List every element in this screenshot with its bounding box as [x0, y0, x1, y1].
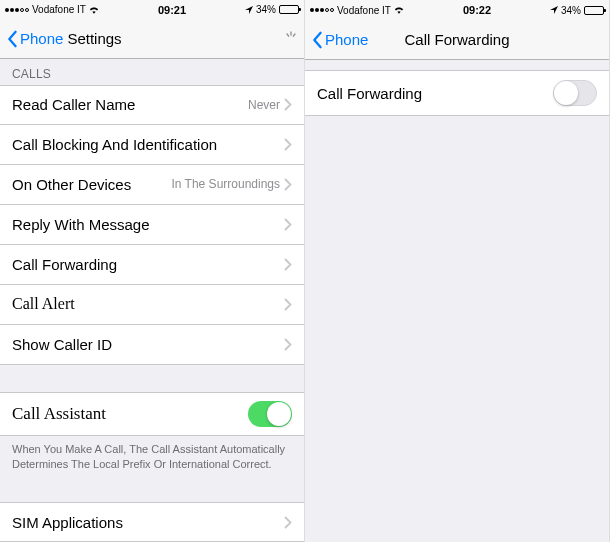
call-assistant-footer: When You Make A Call, The Call Assistant…: [0, 436, 304, 482]
row-reply-with-message[interactable]: Reply With Message: [0, 205, 304, 245]
screen-left: Vodafone IT 09:21 34% Phone Settings CAL…: [0, 0, 305, 542]
svg-line-1: [293, 34, 295, 36]
row-show-caller-id[interactable]: Show Caller ID: [0, 325, 304, 365]
battery-percentage: 34%: [561, 5, 581, 16]
row-call-assistant[interactable]: Call Assistant: [0, 392, 304, 436]
chevron-right-icon: [284, 298, 292, 311]
row-label: Call Alert: [12, 295, 75, 313]
row-call-alert[interactable]: Call Alert: [0, 285, 304, 325]
nav-bar: Phone Call Forwarding: [305, 20, 609, 60]
nav-title: Settings: [67, 30, 121, 47]
svg-line-2: [287, 34, 289, 36]
screen-right: Vodafone IT 09:22 34% Phone Call Forward…: [305, 0, 610, 542]
row-value: Never: [248, 98, 284, 112]
row-label: Call Forwarding: [12, 256, 117, 273]
status-bar: Vodafone IT 09:22 34%: [305, 0, 609, 20]
carrier-label: Vodafone IT: [337, 5, 391, 16]
back-label: Phone: [325, 31, 368, 48]
back-label: Phone: [20, 30, 63, 47]
row-call-forwarding[interactable]: Call Forwarding: [0, 245, 304, 285]
back-button[interactable]: Phone: [6, 30, 63, 48]
location-icon: [550, 6, 558, 14]
location-icon: [245, 6, 253, 14]
call-forwarding-toggle[interactable]: [553, 80, 597, 106]
nav-title: Call Forwarding: [404, 31, 509, 48]
row-label: On Other Devices: [12, 176, 131, 193]
section-header-calls: CALLS: [0, 59, 304, 85]
battery-icon: [279, 5, 299, 14]
nav-bar: Phone Settings: [0, 20, 304, 59]
row-sim-applications[interactable]: SIM Applications: [0, 502, 304, 542]
signal-strength-icon: [5, 8, 29, 12]
row-call-blocking[interactable]: Call Blocking And Identification: [0, 125, 304, 165]
loading-indicator-icon: [284, 31, 298, 47]
call-assistant-toggle[interactable]: [248, 401, 292, 427]
chevron-left-icon: [311, 31, 323, 49]
chevron-right-icon: [284, 98, 292, 111]
row-label: Show Caller ID: [12, 336, 112, 353]
row-label: SIM Applications: [12, 514, 123, 531]
row-on-other-devices[interactable]: On Other Devices In The Surroundings: [0, 165, 304, 205]
chevron-right-icon: [284, 258, 292, 271]
status-time: 09:22: [463, 4, 491, 16]
chevron-right-icon: [284, 218, 292, 231]
row-label: Call Forwarding: [317, 85, 422, 102]
row-call-forwarding-toggle[interactable]: Call Forwarding: [305, 70, 609, 116]
wifi-icon: [394, 6, 404, 14]
status-bar: Vodafone IT 09:21 34%: [0, 0, 304, 20]
row-read-caller-name[interactable]: Read Caller Name Never: [0, 85, 304, 125]
back-button[interactable]: Phone: [311, 31, 368, 49]
chevron-right-icon: [284, 516, 292, 529]
row-label: Read Caller Name: [12, 96, 135, 113]
status-time: 09:21: [158, 4, 186, 16]
row-label: Call Assistant: [12, 404, 106, 424]
chevron-right-icon: [284, 178, 292, 191]
battery-percentage: 34%: [256, 4, 276, 15]
chevron-right-icon: [284, 138, 292, 151]
battery-icon: [584, 6, 604, 15]
row-value: In The Surroundings: [171, 177, 284, 191]
row-label: Call Blocking And Identification: [12, 136, 217, 153]
wifi-icon: [89, 6, 99, 14]
signal-strength-icon: [310, 8, 334, 12]
chevron-left-icon: [6, 30, 18, 48]
carrier-label: Vodafone IT: [32, 4, 86, 15]
row-label: Reply With Message: [12, 216, 150, 233]
chevron-right-icon: [284, 338, 292, 351]
